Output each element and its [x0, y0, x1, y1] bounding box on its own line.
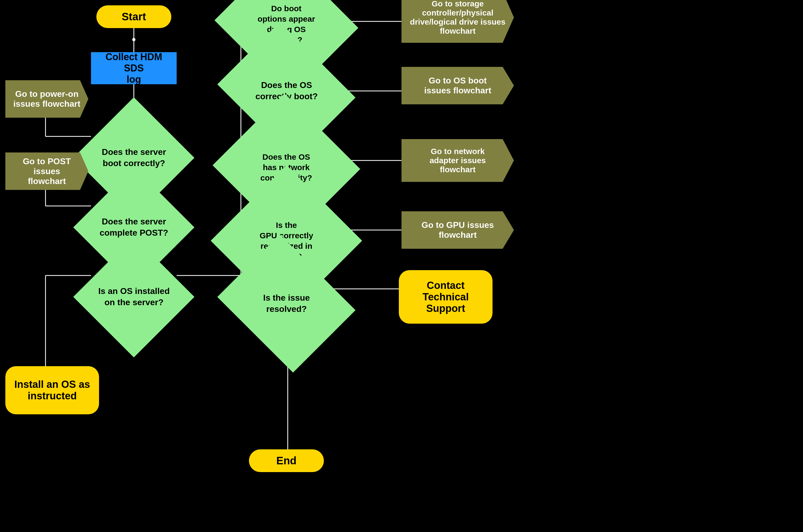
contact-support-node: Contact Technical Support — [399, 270, 493, 324]
end-node: End — [249, 449, 324, 472]
install-os-node: Install an OS as instructed — [5, 366, 99, 414]
svg-point-1 — [132, 38, 135, 41]
gpu-issues-node: Go to GPU issues flowchart — [401, 211, 514, 249]
collect-log-node: Collect HDM SDS log — [91, 52, 177, 84]
start-node: Start — [96, 5, 171, 28]
storage-issues-node: Go to storage controller/physical drive/… — [401, 0, 514, 43]
flowchart: Start Collect HDM SDS log Does the serve… — [0, 0, 803, 532]
os-installed-node: Is an OS installed on the server? — [73, 236, 195, 358]
os-boot-issues-node: Go to OS boot issues flowchart — [401, 67, 514, 104]
post-issues-node: Go to POST issues flowchart — [5, 152, 88, 190]
power-on-node: Go to power-on issues flowchart — [5, 80, 88, 118]
network-issues-node: Go to network adapter issues flowchart — [401, 139, 514, 182]
